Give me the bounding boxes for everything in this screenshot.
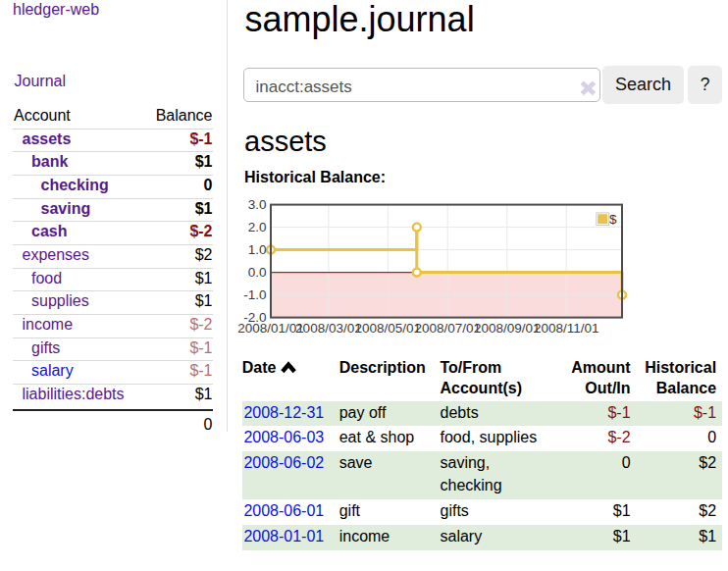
svg-text:$: $ xyxy=(609,212,617,227)
svg-text:2.0: 2.0 xyxy=(248,220,267,234)
svg-text:-1.0: -1.0 xyxy=(243,287,266,302)
svg-text:0.0: 0.0 xyxy=(248,265,267,280)
svg-text:1.0: 1.0 xyxy=(248,242,267,257)
svg-text:2008/01/01: 2008/01/01 xyxy=(237,321,304,336)
svg-text:2008/03/01: 2008/03/01 xyxy=(295,321,362,336)
svg-text:2008/11/01: 2008/11/01 xyxy=(534,321,599,336)
svg-text:3.0: 3.0 xyxy=(248,197,267,212)
svg-text:2008/07/01: 2008/07/01 xyxy=(414,321,481,336)
svg-text:2008/09/01: 2008/09/01 xyxy=(474,321,541,336)
svg-text:2008/05/01: 2008/05/01 xyxy=(355,321,422,336)
